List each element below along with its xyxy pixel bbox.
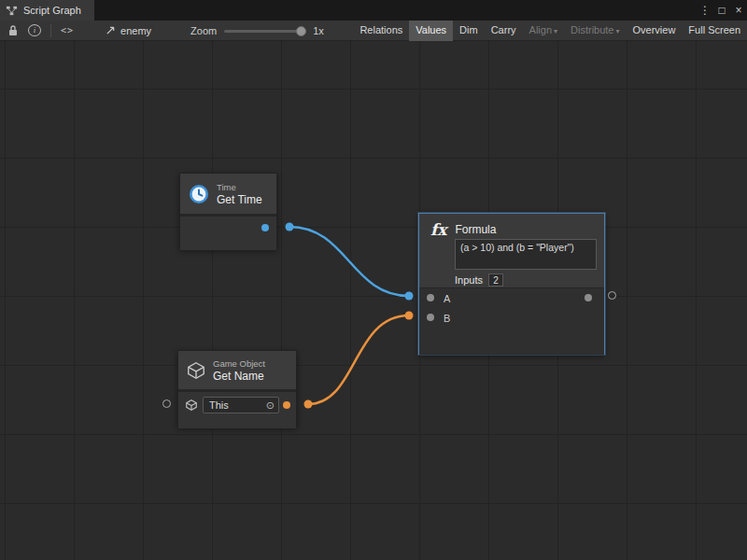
port-row-b: B bbox=[419, 308, 604, 328]
target-value: This bbox=[209, 399, 266, 411]
chevron-down-icon: ▾ bbox=[554, 27, 557, 35]
graph-asset-icon bbox=[106, 25, 116, 35]
value-wire-get-time-to-a bbox=[289, 227, 409, 296]
full-screen-button[interactable]: Full Screen bbox=[682, 21, 747, 41]
values-button[interactable]: Values bbox=[409, 21, 453, 41]
graph-canvas[interactable]: Time Get Time fx Formula (a > 10) and (b… bbox=[0, 41, 747, 560]
maximize-icon[interactable]: □ bbox=[713, 0, 730, 21]
node-category: Game Object bbox=[213, 358, 265, 370]
node-category: Time bbox=[217, 182, 262, 193]
get-time-output-port[interactable] bbox=[261, 224, 269, 231]
inputs-label: Inputs bbox=[455, 274, 483, 286]
node-title: Get Time bbox=[217, 193, 262, 206]
carry-button[interactable]: Carry bbox=[485, 21, 523, 41]
get-name-body: This ⊙ bbox=[178, 392, 296, 428]
target-object-dropdown[interactable]: This ⊙ bbox=[203, 397, 279, 413]
formula-input-a-port[interactable] bbox=[427, 294, 434, 301]
zoom-label: Zoom bbox=[190, 25, 217, 36]
distribute-label: Distribute bbox=[571, 24, 613, 35]
game-object-cube-icon bbox=[186, 360, 206, 381]
object-wire-get-name-to-b bbox=[308, 315, 409, 404]
get-name-target-input-port[interactable] bbox=[162, 399, 171, 408]
formula-result-output-port[interactable] bbox=[608, 291, 616, 300]
formula-input-b-port[interactable] bbox=[427, 314, 434, 321]
close-icon[interactable]: × bbox=[730, 0, 747, 21]
formula-top-section: fx Formula (a > 10) and (b = "Player") I… bbox=[419, 214, 604, 287]
wire-endpoint bbox=[304, 400, 313, 409]
align-button[interactable]: Align▾ bbox=[523, 21, 564, 41]
lock-icon[interactable] bbox=[6, 21, 21, 41]
wire-layer bbox=[0, 41, 747, 560]
tab-script-graph[interactable]: Script Graph bbox=[0, 0, 94, 21]
toolbar-separator bbox=[50, 24, 51, 37]
tab-label: Script Graph bbox=[23, 5, 81, 16]
titlebar-spacer bbox=[94, 0, 697, 21]
zoom-value: 1x bbox=[313, 25, 324, 36]
inputs-count-field[interactable]: 2 bbox=[488, 273, 503, 287]
formula-inputs-row: Inputs 2 bbox=[455, 273, 503, 287]
zoom-slider[interactable] bbox=[224, 21, 306, 41]
graph-breadcrumb[interactable]: enemy bbox=[106, 25, 151, 36]
chevron-down-icon: ▾ bbox=[616, 27, 620, 35]
get-name-header: Game Object Get Name bbox=[178, 351, 296, 389]
graph-tab-icon bbox=[6, 5, 18, 17]
node-get-name[interactable]: Game Object Get Name This ⊙ bbox=[177, 350, 297, 427]
port-a-label: A bbox=[444, 293, 450, 304]
info-icon[interactable]: i bbox=[28, 24, 41, 36]
node-title: Get Name bbox=[213, 370, 265, 383]
target-cube-icon bbox=[185, 399, 198, 412]
relations-button[interactable]: Relations bbox=[353, 21, 409, 41]
object-picker-icon[interactable]: ⊙ bbox=[266, 399, 275, 412]
formula-output-port[interactable] bbox=[585, 294, 592, 301]
formula-ports-section: A B bbox=[419, 287, 604, 355]
get-time-body bbox=[180, 217, 276, 250]
get-name-output-port[interactable] bbox=[283, 401, 290, 409]
clock-icon bbox=[188, 183, 210, 205]
align-label: Align bbox=[529, 24, 552, 35]
formula-fx-icon: fx bbox=[430, 220, 446, 239]
get-time-header: Time Get Time bbox=[180, 174, 276, 214]
script-graph-window: Script Graph ⋮ □ × i <> enemy Zoom bbox=[0, 0, 747, 560]
wire-endpoint bbox=[405, 292, 414, 301]
zoom-slider-track bbox=[224, 30, 306, 33]
overview-button[interactable]: Overview bbox=[627, 21, 683, 41]
code-view-icon[interactable]: <> bbox=[61, 21, 74, 41]
formula-header: fx Formula bbox=[419, 214, 604, 239]
port-b-label: B bbox=[444, 313, 450, 324]
distribute-button[interactable]: Distribute▾ bbox=[564, 21, 626, 41]
wire-endpoint bbox=[286, 223, 294, 231]
wire-endpoint bbox=[405, 312, 414, 320]
dim-button[interactable]: Dim bbox=[453, 21, 485, 41]
graph-name-label: enemy bbox=[120, 25, 151, 36]
node-get-time[interactable]: Time Get Time bbox=[179, 173, 277, 249]
window-menu-icon[interactable]: ⋮ bbox=[697, 0, 713, 21]
port-row-a: A bbox=[419, 288, 604, 308]
node-formula[interactable]: fx Formula (a > 10) and (b = "Player") I… bbox=[418, 213, 605, 355]
formula-expression-input[interactable]: (a > 10) and (b = "Player") bbox=[455, 239, 597, 270]
zoom-slider-knob[interactable] bbox=[296, 26, 306, 36]
node-title: Formula bbox=[455, 223, 496, 236]
graph-toolbar: i <> enemy Zoom 1x Relations Values Dim … bbox=[0, 21, 747, 41]
title-bar: Script Graph ⋮ □ × bbox=[0, 0, 747, 21]
